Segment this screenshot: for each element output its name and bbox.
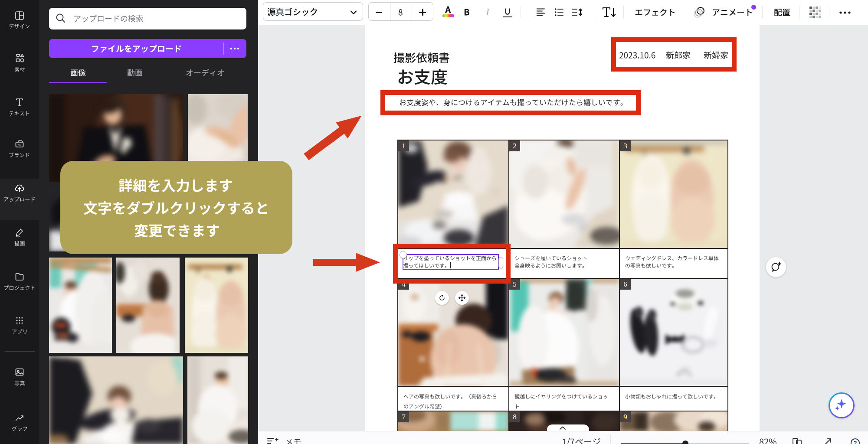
- svg-text:co.: co.: [18, 144, 22, 147]
